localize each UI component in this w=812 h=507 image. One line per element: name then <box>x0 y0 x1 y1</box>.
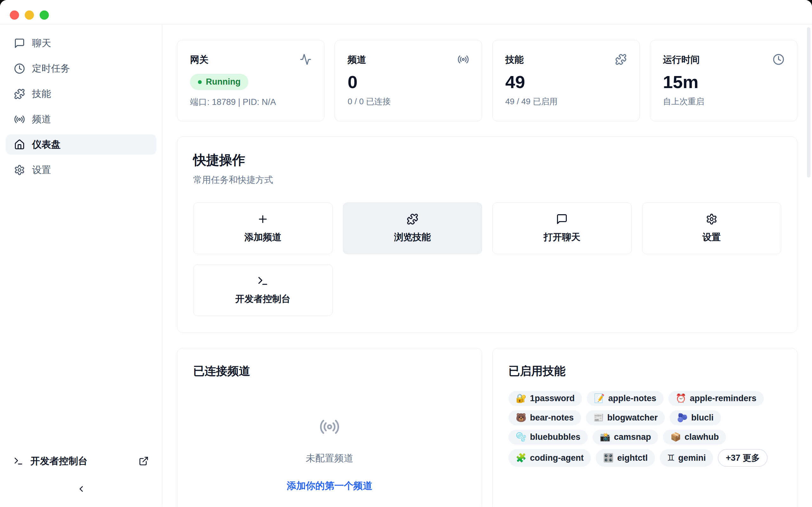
gear-icon <box>14 164 25 176</box>
plus-icon <box>257 213 269 225</box>
camera-flash-icon: 📸 <box>600 433 611 441</box>
status-badge: Running <box>190 74 248 90</box>
scrollbar-thumb[interactable] <box>807 27 810 177</box>
clock-icon <box>773 54 784 65</box>
stat-subtext: 49 / 49 已启用 <box>505 96 627 107</box>
sidebar: 聊天 定时任务 技能 频道 仪表盘 <box>0 25 162 507</box>
quick-action-label: 打开聊天 <box>544 231 580 244</box>
skill-tag-label: coding-agent <box>530 453 584 463</box>
puzzle-piece-icon: 🧩 <box>516 454 526 462</box>
add-channel-button[interactable]: 添加频道 <box>193 203 333 254</box>
gear-icon <box>706 213 717 225</box>
skill-tag: ♊gemini <box>660 449 713 467</box>
skill-tag: 📦clawhub <box>663 430 726 445</box>
quick-actions-subtitle: 常用任务和快捷方式 <box>193 174 781 186</box>
alarm-clock-icon: ⏰ <box>676 394 687 403</box>
skill-tag-label: blogwatcher <box>607 413 658 423</box>
gemini-icon: ♊ <box>667 454 675 462</box>
skill-tag-label: apple-reminders <box>690 394 757 403</box>
dev-console-button[interactable]: 开发者控制台 <box>193 264 333 316</box>
sidebar-collapse-button[interactable] <box>74 483 88 495</box>
radio-icon <box>319 416 340 437</box>
zoom-window-button[interactable] <box>40 10 49 20</box>
skill-tag-label: apple-notes <box>608 394 656 403</box>
bottom-panels: 已连接频道 未配置频道 添加你的第一个频道 已启用技能 🔐1password 📝… <box>177 348 798 507</box>
desktop-background: 聊天 定时任务 技能 频道 仪表盘 <box>0 0 812 507</box>
message-square-icon <box>556 213 568 225</box>
sidebar-item-settings[interactable]: 设置 <box>6 160 156 180</box>
skill-tag: 📰blogwatcher <box>586 410 665 425</box>
skill-tag-label: gemini <box>678 453 706 463</box>
stat-value: 15m <box>663 73 784 91</box>
quick-action-label: 浏览技能 <box>394 231 431 244</box>
close-window-button[interactable] <box>10 10 19 20</box>
sidebar-footer: 开发者控制台 <box>6 453 156 495</box>
show-more-skills-button[interactable]: +37 更多 <box>718 449 768 467</box>
sidebar-item-label: 技能 <box>32 88 51 101</box>
bear-icon: 🐻 <box>516 413 526 422</box>
quick-actions-grid: 添加频道 浏览技能 打开聊天 设置 <box>193 203 781 316</box>
settings-button[interactable]: 设置 <box>642 203 781 254</box>
open-chat-button[interactable]: 打开聊天 <box>492 203 632 254</box>
stat-subtext: 0 / 0 已连接 <box>348 96 469 107</box>
stat-card-channels: 频道 0 0 / 0 已连接 <box>335 40 482 121</box>
dev-console-row[interactable]: 开发者控制台 <box>6 453 156 469</box>
stat-card-uptime: 运行时间 15m 自上次重启 <box>650 40 798 121</box>
enabled-skills-panel: 已启用技能 🔐1password 📝apple-notes ⏰apple-rem… <box>492 348 798 507</box>
skill-tags: 🔐1password 📝apple-notes ⏰apple-reminders… <box>508 391 781 467</box>
quick-actions-title: 快捷操作 <box>193 152 781 169</box>
stat-value: 0 <box>348 73 469 91</box>
browse-skills-button[interactable]: 浏览技能 <box>343 203 483 254</box>
status-badge-label: Running <box>206 77 241 87</box>
sidebar-item-scheduled-tasks[interactable]: 定时任务 <box>6 58 156 78</box>
minimize-window-button[interactable] <box>25 10 34 20</box>
add-first-channel-link[interactable]: 添加你的第一个频道 <box>287 480 372 493</box>
puzzle-icon <box>407 213 418 225</box>
skill-tag-label: bear-notes <box>530 413 574 423</box>
sidebar-item-label: 仪表盘 <box>32 138 61 151</box>
puzzle-icon <box>14 89 25 100</box>
radio-icon <box>14 114 25 125</box>
quick-action-label: 添加频道 <box>245 231 281 244</box>
gateway-port-pid: 端口: 18789 | PID: N/A <box>190 96 311 108</box>
sidebar-item-label: 频道 <box>32 113 51 126</box>
newspaper-icon: 📰 <box>593 413 604 422</box>
memo-icon: 📝 <box>594 394 605 403</box>
sidebar-item-label: 设置 <box>32 164 51 176</box>
skill-tag: 🫧bluebubbles <box>508 430 588 445</box>
stat-value: 49 <box>505 73 627 91</box>
terminal-icon <box>257 275 269 287</box>
stat-card-skills: 技能 49 49 / 49 已启用 <box>492 40 640 121</box>
stat-title: 网关 <box>190 54 208 66</box>
skill-tag: 🔐1password <box>508 391 582 406</box>
sidebar-item-skills[interactable]: 技能 <box>6 83 156 104</box>
radio-icon <box>457 54 469 65</box>
skill-tag: 🫐blucli <box>670 410 721 425</box>
status-dot <box>198 80 202 84</box>
skill-tag-label: bluebubbles <box>530 432 580 442</box>
stat-subtext: 自上次重启 <box>663 96 784 107</box>
stat-title: 频道 <box>348 54 366 66</box>
traffic-lights <box>10 10 49 20</box>
enabled-skills-title: 已启用技能 <box>508 363 781 379</box>
empty-channels-text: 未配置频道 <box>306 452 353 465</box>
external-link-icon[interactable] <box>139 456 149 466</box>
chevron-left-icon <box>77 484 86 494</box>
sidebar-item-label: 聊天 <box>32 37 51 50</box>
connected-channels-panel: 已连接频道 未配置频道 添加你的第一个频道 <box>177 348 482 507</box>
dev-console-label: 开发者控制台 <box>31 455 88 468</box>
skill-tag: 📝apple-notes <box>587 391 664 406</box>
sidebar-item-dashboard[interactable]: 仪表盘 <box>6 134 156 155</box>
terminal-icon <box>13 456 23 466</box>
sidebar-item-chat[interactable]: 聊天 <box>6 33 156 53</box>
skill-tag-label: camsnap <box>614 432 651 442</box>
sidebar-item-channels[interactable]: 频道 <box>6 109 156 129</box>
quick-action-label: 设置 <box>702 231 721 244</box>
stats-row: 网关 Running 端口: 18789 | PID: N/A 频道 <box>177 40 798 121</box>
skill-tag: 📸camsnap <box>593 430 658 445</box>
sidebar-item-label: 定时任务 <box>32 62 70 75</box>
skill-tag-label: 1password <box>530 394 575 403</box>
connected-channels-title: 已连接频道 <box>193 363 466 379</box>
clock-icon <box>14 63 25 74</box>
quick-actions-section: 快捷操作 常用任务和快捷方式 添加频道 浏览技能 打开 <box>177 136 798 333</box>
